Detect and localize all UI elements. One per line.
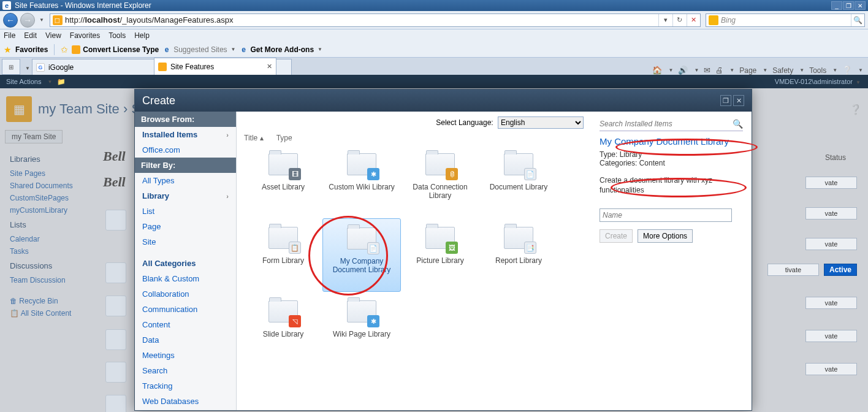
search-installed-items[interactable]: 🔍 xyxy=(600,116,743,131)
deactivate-button[interactable]: tivate xyxy=(767,264,819,276)
refresh-button[interactable]: ↻ xyxy=(672,14,686,26)
menu-help[interactable]: Help xyxy=(134,31,150,40)
back-button[interactable]: ← xyxy=(3,13,18,28)
quick-tabs-icon[interactable]: ⊞ xyxy=(2,59,20,75)
menu-edit[interactable]: Edit xyxy=(24,31,37,40)
nav-customsitepages[interactable]: CustomSitePages xyxy=(10,192,86,204)
filter-library[interactable]: Library› xyxy=(135,188,236,204)
menu-favorites[interactable]: Favorites xyxy=(70,31,100,40)
search-installed-input[interactable] xyxy=(600,120,733,128)
menu-tools[interactable]: Tools xyxy=(108,31,126,40)
sort-type[interactable]: Type xyxy=(276,134,292,142)
address-bar[interactable]: ⬚ http://localhost/_layouts/ManageFeatur… xyxy=(50,13,701,27)
forward-button[interactable]: → xyxy=(20,13,35,28)
filter-office-com[interactable]: Office.com xyxy=(135,142,236,158)
filter-communication[interactable]: Communication xyxy=(135,302,236,317)
fav-suggested-sites[interactable]: e Suggested Sites ▼ xyxy=(162,45,235,54)
create-button[interactable]: Create xyxy=(600,229,633,243)
minimize-button[interactable]: _ xyxy=(831,1,842,10)
home-icon[interactable]: 🏠 xyxy=(652,66,662,75)
activate-button[interactable]: vate xyxy=(805,207,857,219)
gallery-item-picture-library[interactable]: 🖼Picture Library xyxy=(401,218,479,292)
bg-topnav-tab[interactable]: my Team Site xyxy=(5,130,63,143)
addr-dropdown-icon[interactable]: ▾ xyxy=(658,14,672,26)
browser-search-box[interactable]: Bing 🔍 xyxy=(706,13,865,27)
fav-get-more-addons[interactable]: e Get More Add-ons ▼ xyxy=(240,45,322,54)
sort-title[interactable]: Title xyxy=(244,134,257,142)
tab-close-icon[interactable]: ✕ xyxy=(267,63,272,71)
restore-button[interactable]: ❐ xyxy=(843,1,854,10)
nav-all-site-content[interactable]: 📋 All Site Content xyxy=(10,307,86,319)
new-tab-button[interactable] xyxy=(276,59,292,75)
nav-calendar[interactable]: Calendar xyxy=(10,233,86,245)
filter-meetings[interactable]: Meetings xyxy=(135,348,236,363)
nav-lists-header[interactable]: Lists xyxy=(10,220,86,229)
feeds-icon[interactable]: 🔊 xyxy=(678,66,688,75)
tab-site-features[interactable]: Site Features ✕ xyxy=(154,58,276,75)
cmd-safety[interactable]: Safety xyxy=(772,66,793,75)
fav-convert-license[interactable]: Convert License Type xyxy=(72,45,159,54)
help-icon[interactable]: ❔ xyxy=(842,66,852,75)
help-page-icon[interactable]: ❔ xyxy=(850,104,862,115)
filter-page[interactable]: Page xyxy=(135,219,236,234)
language-select[interactable]: English xyxy=(498,116,584,129)
nav-history-dropdown[interactable]: ▼ xyxy=(37,17,46,23)
gallery-item-asset-library[interactable]: 🎞Asset Library xyxy=(244,145,322,218)
filter-all-types[interactable]: All Types xyxy=(135,173,236,188)
filter-installed-items[interactable]: Installed Items› xyxy=(135,127,236,142)
favorites-star-icon[interactable]: ★ xyxy=(4,45,12,55)
activate-button[interactable]: vate xyxy=(805,363,857,375)
user-menu[interactable]: VMDEV-012\administrator ▼ xyxy=(775,78,861,85)
navigate-up-icon[interactable]: 📁 xyxy=(57,78,66,86)
dialog-close-button[interactable]: ✕ xyxy=(733,95,744,106)
favorites-label[interactable]: Favorites xyxy=(15,45,48,54)
nav-tasks[interactable]: Tasks xyxy=(10,245,86,258)
nav-site-pages[interactable]: Site Pages xyxy=(10,167,86,180)
menu-file[interactable]: File xyxy=(4,31,15,40)
close-window-button[interactable]: ✕ xyxy=(855,1,866,10)
menu-view[interactable]: View xyxy=(45,31,61,40)
create-name-input[interactable] xyxy=(600,208,732,222)
nav-recycle-bin[interactable]: 🗑 Recycle Bin xyxy=(10,295,86,307)
gallery-item-wiki-page-library[interactable]: ✱Wiki Page Library xyxy=(322,292,401,365)
tab-igoogle[interactable]: G iGoogle xyxy=(32,59,154,75)
nav-team-discussion[interactable]: Team Discussion xyxy=(10,274,86,286)
gallery-item-my-company-document-library[interactable]: 📄My Company Document Library xyxy=(322,218,401,292)
activate-button[interactable]: vate xyxy=(805,238,857,250)
filter-all-categories[interactable]: All Categories xyxy=(135,256,236,271)
cmd-page[interactable]: Page xyxy=(739,66,756,75)
gallery-item-report-library[interactable]: 📑Report Library xyxy=(479,218,558,292)
tab-igoogle-label: iGoogle xyxy=(48,63,74,72)
gallery-item-form-library[interactable]: 📋Form Library xyxy=(244,218,322,292)
add-favorite-icon[interactable]: ✩ xyxy=(61,45,68,55)
activate-button[interactable]: vate xyxy=(805,330,857,342)
nav-shared-documents[interactable]: Shared Documents xyxy=(10,180,86,192)
more-options-button[interactable]: More Options xyxy=(638,229,693,243)
filter-collaboration[interactable]: Collaboration xyxy=(135,286,236,302)
nav-mycustomlibrary[interactable]: myCustomLibrary xyxy=(10,204,86,216)
filter-blank-custom[interactable]: Blank & Custom xyxy=(135,271,236,286)
nav-libraries-header[interactable]: Libraries xyxy=(10,154,86,164)
activate-button[interactable]: vate xyxy=(805,297,857,309)
filter-list[interactable]: List xyxy=(135,204,236,219)
nav-discussions-header[interactable]: Discussions xyxy=(10,261,86,270)
filter-tracking[interactable]: Tracking xyxy=(135,378,236,394)
cmd-tools[interactable]: Tools xyxy=(809,66,826,75)
gallery-item-data-connection-library[interactable]: 🛢Data Connection Library xyxy=(401,145,479,218)
gallery-item-document-library[interactable]: 📄Document Library xyxy=(479,145,558,218)
filter-site[interactable]: Site xyxy=(135,234,236,250)
filter-content[interactable]: Content xyxy=(135,317,236,332)
stop-button[interactable]: ✕ xyxy=(687,14,700,26)
dialog-maximize-button[interactable]: ❐ xyxy=(720,95,731,106)
site-actions-menu[interactable]: Site Actions xyxy=(6,78,41,85)
gallery-item-custom-wiki-library[interactable]: ✱Custom Wiki Library xyxy=(322,145,401,218)
mail-icon[interactable]: ✉ xyxy=(704,66,710,75)
filter-web-databases[interactable]: Web Databases xyxy=(135,394,236,409)
search-go-button[interactable]: 🔍 xyxy=(851,14,864,26)
print-icon[interactable]: 🖨 xyxy=(715,66,723,75)
filter-search[interactable]: Search xyxy=(135,363,236,378)
activate-button[interactable]: vate xyxy=(805,177,857,189)
filter-data[interactable]: Data xyxy=(135,332,236,348)
search-icon[interactable]: 🔍 xyxy=(733,119,743,129)
gallery-item-slide-library[interactable]: ◹Slide Library xyxy=(244,292,322,365)
